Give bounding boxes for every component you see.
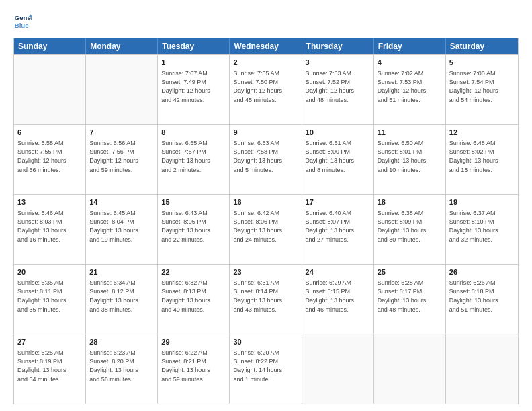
calendar-cell: 26Sunrise: 6:26 AM Sunset: 8:18 PM Dayli…: [446, 265, 518, 334]
calendar-cell: 5Sunrise: 7:00 AM Sunset: 7:54 PM Daylig…: [446, 55, 518, 124]
cell-day-number: 8: [161, 128, 226, 138]
calendar-cell: 3Sunrise: 7:03 AM Sunset: 7:52 PM Daylig…: [302, 55, 374, 124]
cell-day-number: 12: [449, 128, 515, 138]
weekday-header: Monday: [86, 38, 158, 54]
cell-info: Sunrise: 6:48 AM Sunset: 8:02 PM Dayligh…: [449, 139, 515, 174]
weekday-header: Thursday: [302, 38, 374, 54]
calendar-cell: 15Sunrise: 6:43 AM Sunset: 8:05 PM Dayli…: [158, 195, 230, 264]
weekday-header: Friday: [374, 38, 446, 54]
cell-info: Sunrise: 6:28 AM Sunset: 8:17 PM Dayligh…: [378, 279, 442, 314]
calendar-cell: 16Sunrise: 6:42 AM Sunset: 8:06 PM Dayli…: [230, 195, 302, 264]
cell-info: Sunrise: 6:29 AM Sunset: 8:15 PM Dayligh…: [306, 279, 370, 314]
cell-info: Sunrise: 6:53 AM Sunset: 7:58 PM Dayligh…: [233, 139, 298, 174]
calendar-cell: 30Sunrise: 6:20 AM Sunset: 8:22 PM Dayli…: [230, 334, 302, 404]
cell-info: Sunrise: 6:35 AM Sunset: 8:11 PM Dayligh…: [17, 279, 82, 314]
header: General Blue: [13, 12, 519, 31]
cell-info: Sunrise: 6:43 AM Sunset: 8:05 PM Dayligh…: [161, 209, 226, 244]
cell-day-number: 27: [17, 337, 82, 347]
calendar-cell: 4Sunrise: 7:02 AM Sunset: 7:53 PM Daylig…: [374, 55, 446, 124]
cell-info: Sunrise: 6:58 AM Sunset: 7:55 PM Dayligh…: [17, 139, 82, 174]
cell-day-number: 17: [306, 197, 370, 208]
calendar: SundayMondayTuesdayWednesdayThursdayFrid…: [13, 38, 519, 404]
calendar-cell: 13Sunrise: 6:46 AM Sunset: 8:03 PM Dayli…: [14, 195, 86, 264]
weekday-header: Wednesday: [230, 38, 302, 54]
cell-info: Sunrise: 6:37 AM Sunset: 8:10 PM Dayligh…: [449, 209, 515, 244]
calendar-cell: 1Sunrise: 7:07 AM Sunset: 7:49 PM Daylig…: [158, 55, 230, 124]
calendar-cell: [86, 55, 158, 124]
calendar-cell: [302, 334, 374, 404]
calendar-cell: 17Sunrise: 6:40 AM Sunset: 8:07 PM Dayli…: [302, 195, 374, 264]
cell-day-number: 20: [17, 267, 82, 277]
page: General Blue SundayMondayTuesdayWednesda…: [0, 0, 532, 411]
cell-info: Sunrise: 7:07 AM Sunset: 7:49 PM Dayligh…: [161, 69, 226, 104]
cell-info: Sunrise: 6:31 AM Sunset: 8:14 PM Dayligh…: [233, 279, 298, 314]
calendar-cell: 29Sunrise: 6:22 AM Sunset: 8:21 PM Dayli…: [158, 334, 230, 404]
cell-day-number: 22: [161, 267, 226, 277]
calendar-week: 20Sunrise: 6:35 AM Sunset: 8:11 PM Dayli…: [14, 264, 518, 334]
cell-info: Sunrise: 6:20 AM Sunset: 8:22 PM Dayligh…: [233, 349, 298, 383]
weekday-header: Sunday: [14, 38, 86, 54]
cell-day-number: 15: [161, 197, 226, 208]
cell-day-number: 1: [161, 58, 226, 68]
cell-info: Sunrise: 6:38 AM Sunset: 8:09 PM Dayligh…: [378, 209, 442, 244]
cell-day-number: 28: [89, 337, 154, 347]
logo-icon: General Blue: [13, 12, 32, 31]
cell-day-number: 30: [233, 337, 298, 347]
logo: General Blue: [13, 12, 32, 31]
cell-info: Sunrise: 6:26 AM Sunset: 8:18 PM Dayligh…: [449, 279, 515, 314]
calendar-cell: 27Sunrise: 6:25 AM Sunset: 8:19 PM Dayli…: [14, 334, 86, 404]
cell-info: Sunrise: 7:05 AM Sunset: 7:50 PM Dayligh…: [233, 69, 298, 104]
cell-info: Sunrise: 6:55 AM Sunset: 7:57 PM Dayligh…: [161, 139, 226, 174]
cell-day-number: 16: [233, 197, 298, 208]
svg-text:Blue: Blue: [15, 21, 29, 29]
cell-day-number: 4: [378, 58, 442, 68]
calendar-cell: 22Sunrise: 6:32 AM Sunset: 8:13 PM Dayli…: [158, 265, 230, 334]
calendar-week: 27Sunrise: 6:25 AM Sunset: 8:19 PM Dayli…: [14, 334, 518, 404]
calendar-cell: [14, 55, 86, 124]
cell-info: Sunrise: 7:00 AM Sunset: 7:54 PM Dayligh…: [449, 69, 515, 104]
calendar-cell: 20Sunrise: 6:35 AM Sunset: 8:11 PM Dayli…: [14, 265, 86, 334]
cell-day-number: 18: [378, 197, 442, 208]
cell-day-number: 13: [17, 197, 82, 208]
cell-day-number: 14: [89, 197, 154, 208]
cell-day-number: 25: [378, 267, 442, 277]
calendar-body: 1Sunrise: 7:07 AM Sunset: 7:49 PM Daylig…: [14, 54, 518, 404]
weekday-header: Tuesday: [158, 38, 230, 54]
calendar-week: 1Sunrise: 7:07 AM Sunset: 7:49 PM Daylig…: [14, 54, 518, 124]
calendar-cell: 24Sunrise: 6:29 AM Sunset: 8:15 PM Dayli…: [302, 265, 374, 334]
calendar-cell: 2Sunrise: 7:05 AM Sunset: 7:50 PM Daylig…: [230, 55, 302, 124]
cell-info: Sunrise: 7:02 AM Sunset: 7:53 PM Dayligh…: [378, 69, 442, 104]
calendar-cell: 8Sunrise: 6:55 AM Sunset: 7:57 PM Daylig…: [158, 125, 230, 194]
cell-info: Sunrise: 6:51 AM Sunset: 8:00 PM Dayligh…: [306, 139, 370, 174]
calendar-cell: 23Sunrise: 6:31 AM Sunset: 8:14 PM Dayli…: [230, 265, 302, 334]
cell-info: Sunrise: 6:40 AM Sunset: 8:07 PM Dayligh…: [306, 209, 370, 244]
cell-day-number: 24: [306, 267, 370, 277]
calendar-week: 6Sunrise: 6:58 AM Sunset: 7:55 PM Daylig…: [14, 124, 518, 194]
calendar-cell: 18Sunrise: 6:38 AM Sunset: 8:09 PM Dayli…: [374, 195, 446, 264]
calendar-cell: 25Sunrise: 6:28 AM Sunset: 8:17 PM Dayli…: [374, 265, 446, 334]
cell-info: Sunrise: 6:22 AM Sunset: 8:21 PM Dayligh…: [161, 349, 226, 383]
cell-info: Sunrise: 6:56 AM Sunset: 7:56 PM Dayligh…: [89, 139, 154, 174]
calendar-week: 13Sunrise: 6:46 AM Sunset: 8:03 PM Dayli…: [14, 194, 518, 264]
cell-info: Sunrise: 6:42 AM Sunset: 8:06 PM Dayligh…: [233, 209, 298, 244]
cell-info: Sunrise: 6:25 AM Sunset: 8:19 PM Dayligh…: [17, 349, 82, 383]
calendar-cell: [446, 334, 518, 404]
cell-info: Sunrise: 6:46 AM Sunset: 8:03 PM Dayligh…: [17, 209, 82, 244]
cell-day-number: 5: [449, 58, 515, 68]
cell-day-number: 2: [233, 58, 298, 68]
cell-info: Sunrise: 7:03 AM Sunset: 7:52 PM Dayligh…: [306, 69, 370, 104]
calendar-cell: 14Sunrise: 6:45 AM Sunset: 8:04 PM Dayli…: [86, 195, 158, 264]
cell-day-number: 19: [449, 197, 515, 208]
weekday-header: Saturday: [446, 38, 518, 54]
calendar-cell: 19Sunrise: 6:37 AM Sunset: 8:10 PM Dayli…: [446, 195, 518, 264]
calendar-cell: 11Sunrise: 6:50 AM Sunset: 8:01 PM Dayli…: [374, 125, 446, 194]
cell-info: Sunrise: 6:32 AM Sunset: 8:13 PM Dayligh…: [161, 279, 226, 314]
calendar-cell: 9Sunrise: 6:53 AM Sunset: 7:58 PM Daylig…: [230, 125, 302, 194]
cell-day-number: 7: [89, 128, 154, 138]
calendar-cell: 10Sunrise: 6:51 AM Sunset: 8:00 PM Dayli…: [302, 125, 374, 194]
calendar-cell: 12Sunrise: 6:48 AM Sunset: 8:02 PM Dayli…: [446, 125, 518, 194]
cell-day-number: 3: [306, 58, 370, 68]
cell-day-number: 11: [378, 128, 442, 138]
svg-text:General: General: [15, 14, 32, 21]
cell-day-number: 6: [17, 128, 82, 138]
